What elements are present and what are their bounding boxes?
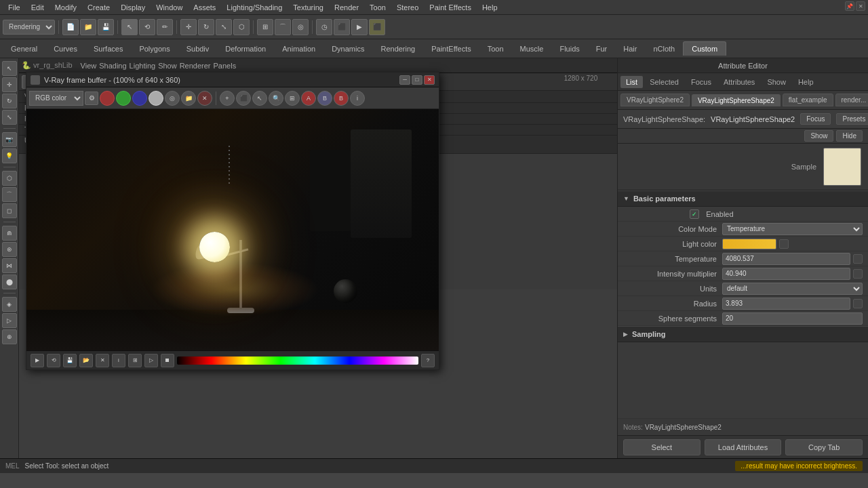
- tb-rotate[interactable]: ↻: [198, 19, 214, 35]
- vtool-poly[interactable]: ⬡: [2, 171, 17, 186]
- node-tab-sphere2[interactable]: VRayLightSphere2: [620, 94, 690, 106]
- tab-surfaces[interactable]: Surfaces: [85, 42, 131, 56]
- tab-hair[interactable]: Hair: [615, 42, 645, 56]
- vray-color-blue[interactable]: [132, 91, 147, 106]
- menu-create[interactable]: Create: [82, 2, 115, 13]
- copy-tab-button[interactable]: Copy Tab: [785, 439, 863, 455]
- vray-minimize-btn[interactable]: ─: [399, 75, 410, 85]
- menu-stereo[interactable]: Stereo: [391, 2, 424, 13]
- tb-history[interactable]: ◷: [316, 19, 332, 35]
- vray-color-green[interactable]: [116, 91, 131, 106]
- menu-display[interactable]: Display: [115, 2, 151, 13]
- tb-render[interactable]: ⬛: [369, 19, 385, 35]
- section-sampling[interactable]: ▶ Sampling: [618, 326, 868, 342]
- color-mode-dropdown[interactable]: Temperature: [722, 223, 863, 235]
- tab-paintfx[interactable]: PaintEffects: [423, 42, 479, 56]
- vray-status-info[interactable]: i: [112, 354, 125, 367]
- tb-paint[interactable]: ✏: [157, 19, 173, 35]
- temperature-slider-btn[interactable]: [853, 254, 863, 264]
- vtool-curve[interactable]: ⌒: [2, 187, 17, 202]
- vray-ab1-btn[interactable]: A: [301, 91, 316, 106]
- sample-swatch[interactable]: [823, 148, 861, 186]
- load-attributes-button[interactable]: Load Attributes: [705, 439, 782, 455]
- tab-fluids[interactable]: Fluids: [551, 42, 587, 56]
- intensity-input[interactable]: [722, 268, 850, 280]
- vray-status-stop[interactable]: ⏹: [161, 354, 174, 367]
- select-button[interactable]: Select: [623, 439, 701, 455]
- vray-color-white[interactable]: [149, 91, 163, 106]
- tb-lasso[interactable]: ⟲: [139, 19, 155, 35]
- vray-zoom-btn[interactable]: 🔍: [269, 91, 283, 106]
- tb-open[interactable]: 📁: [80, 19, 96, 35]
- menu-toon[interactable]: Toon: [364, 2, 391, 13]
- tab-muscle[interactable]: Muscle: [512, 42, 552, 56]
- menu-texturing[interactable]: Texturing: [288, 2, 329, 13]
- vtool-skin[interactable]: ⬤: [2, 274, 17, 289]
- tab-subdiv[interactable]: Subdiv: [178, 42, 218, 56]
- vray-plus-btn[interactable]: +: [220, 91, 235, 106]
- tb-move[interactable]: ✛: [180, 19, 197, 35]
- tab-general[interactable]: General: [3, 42, 45, 56]
- attr-panel-pin[interactable]: 📌: [845, 1, 854, 11]
- section-basic-params[interactable]: ▼ Basic parameters: [618, 190, 868, 207]
- vray-options-btn[interactable]: ⚙: [85, 92, 98, 105]
- vray-status-clear[interactable]: ✕: [96, 354, 109, 367]
- vtool-scale[interactable]: ⤡: [2, 110, 17, 125]
- attr-tab-list[interactable]: List: [620, 76, 643, 88]
- light-color-slider-btn[interactable]: [779, 239, 789, 249]
- attr-tab-show[interactable]: Show: [762, 76, 791, 88]
- vray-status-render[interactable]: ▶: [31, 354, 44, 367]
- vtool-rotate[interactable]: ↻: [2, 94, 17, 108]
- vray-status-q[interactable]: ?: [421, 354, 435, 367]
- vtool-constraint[interactable]: ⊛: [2, 242, 17, 257]
- vray-color-dark[interactable]: ◎: [165, 91, 180, 106]
- vray-status-extra[interactable]: ⊞: [128, 354, 142, 367]
- tab-animation[interactable]: Animation: [274, 42, 323, 56]
- menu-help[interactable]: Help: [477, 2, 503, 13]
- vtool-render-btn[interactable]: ▷: [2, 313, 17, 328]
- vray-maximize-btn[interactable]: □: [412, 75, 422, 85]
- attr-focus-btn[interactable]: Focus: [800, 113, 831, 125]
- node-tab-flat[interactable]: flat_example: [783, 94, 833, 106]
- menu-lighting[interactable]: Lighting/Shading: [221, 2, 288, 13]
- tab-ncloth[interactable]: nCloth: [645, 42, 683, 56]
- vray-stereo-btn[interactable]: ⊞: [285, 91, 300, 106]
- menu-render[interactable]: Render: [329, 2, 364, 13]
- tb-scale[interactable]: ⤡: [216, 19, 232, 35]
- workspace-dropdown[interactable]: Rendering: [3, 20, 55, 35]
- vray-status-save[interactable]: 💾: [63, 354, 77, 367]
- vray-folder-btn[interactable]: 📁: [181, 91, 196, 106]
- tab-deformation[interactable]: Deformation: [217, 42, 274, 56]
- attr-tab-attributes[interactable]: Attributes: [718, 76, 760, 88]
- vray-status-load[interactable]: 📂: [79, 354, 93, 367]
- attr-presets-btn[interactable]: Presets: [836, 113, 868, 125]
- tb-ipr[interactable]: ▶: [351, 19, 368, 35]
- attr-show-btn[interactable]: Show: [804, 130, 833, 142]
- vray-channel-dropdown[interactable]: RGB color: [29, 91, 83, 106]
- vray-ab3-btn[interactable]: B: [334, 91, 349, 106]
- tb-save[interactable]: 💾: [98, 19, 114, 35]
- attr-tab-help[interactable]: Help: [793, 76, 819, 88]
- menu-window[interactable]: Window: [151, 2, 188, 13]
- radius-input[interactable]: [722, 298, 850, 310]
- viewport-menu-show[interactable]: Show: [158, 62, 177, 70]
- enabled-checkbox[interactable]: ✓: [690, 209, 699, 219]
- menu-file[interactable]: File: [3, 2, 26, 13]
- viewport-menu-renderer[interactable]: Renderer: [180, 62, 211, 70]
- vray-info-btn[interactable]: i: [350, 91, 365, 106]
- menu-edit[interactable]: Edit: [26, 2, 50, 13]
- menu-modify[interactable]: Modify: [50, 2, 82, 13]
- viewport-menu-view[interactable]: View: [81, 62, 97, 70]
- intensity-slider-btn[interactable]: [853, 269, 863, 279]
- attr-tab-selected[interactable]: Selected: [644, 76, 684, 88]
- vtool-select[interactable]: ↖: [2, 61, 17, 76]
- vray-color-red[interactable]: [100, 91, 115, 106]
- attr-tab-focus[interactable]: Focus: [686, 76, 717, 88]
- light-color-swatch[interactable]: [722, 239, 776, 249]
- vray-ab2-btn[interactable]: B: [317, 91, 332, 106]
- tab-dynamics[interactable]: Dynamics: [323, 42, 372, 56]
- vtool-surface[interactable]: ◻: [2, 203, 17, 218]
- vray-clear-btn[interactable]: ✕: [197, 91, 212, 106]
- tab-polygons[interactable]: Polygons: [131, 42, 178, 56]
- radius-slider-btn[interactable]: [853, 299, 863, 308]
